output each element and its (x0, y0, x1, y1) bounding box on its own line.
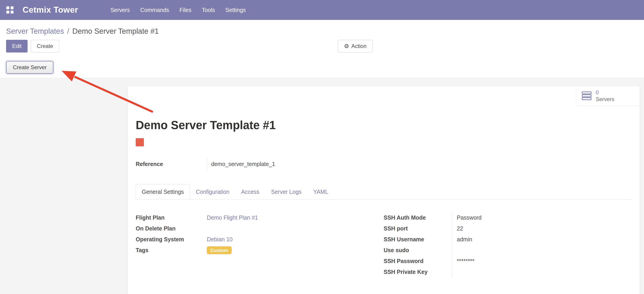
tab-access[interactable]: Access (235, 184, 265, 199)
action-button-label: Action (351, 43, 366, 49)
field-ssh-port: SSH port 22 (384, 223, 632, 234)
control-panel: Server Templates / Demo Server Template … (0, 20, 644, 56)
tab-server-logs[interactable]: Server Logs (265, 184, 308, 199)
record-title: Demo Server Template #1 (136, 118, 632, 132)
color-swatch[interactable] (136, 138, 144, 146)
breadcrumb-server-templates[interactable]: Server Templates (6, 27, 64, 36)
field-label: Use sudo (384, 247, 452, 253)
field-label: Tags (136, 247, 207, 253)
field-tags: Tags Custom (136, 245, 384, 255)
field-label: SSH port (384, 225, 452, 232)
form-sheet: 0 Servers Demo Server Template #1 Refere… (127, 86, 640, 294)
operating-system-link[interactable]: Debian 10 (207, 236, 232, 242)
reference-row: Reference demo_server_template_1 (136, 158, 632, 170)
field-label: SSH Password (384, 258, 452, 264)
column-separator (452, 213, 452, 278)
control-buttons-row: Edit Create ⚙ Action (6, 40, 638, 53)
field-ssh-auth-mode: SSH Auth Mode Password (384, 212, 632, 223)
menu-item-commands[interactable]: Commands (135, 0, 174, 20)
ssh-username-value: admin (452, 236, 472, 243)
main-menu: Servers Commands Files Tools Settings (105, 0, 251, 20)
servers-label: Servers (596, 96, 614, 103)
field-ssh-username: SSH Username admin (384, 234, 632, 245)
flight-plan-link[interactable]: Demo Flight Plan #1 (207, 214, 258, 221)
servers-stat-text: 0 Servers (596, 89, 614, 103)
field-label: Operating System (136, 236, 207, 243)
field-label: SSH Private Key (384, 269, 452, 275)
breadcrumb-separator: / (67, 27, 69, 36)
reference-value: demo_server_template_1 (207, 158, 275, 170)
sheet-body: Demo Server Template #1 Reference demo_s… (128, 118, 640, 286)
form-column-left: Flight Plan Demo Flight Plan #1 On Delet… (136, 212, 384, 277)
form-statusbar: Create Server (0, 56, 644, 78)
tab-yaml[interactable]: YAML (307, 184, 334, 199)
ssh-auth-mode-value: Password (452, 214, 482, 221)
field-ssh-private-key: SSH Private Key (384, 266, 632, 277)
tag-badge-custom[interactable]: Custom (207, 246, 232, 254)
edit-button[interactable]: Edit (6, 40, 28, 53)
apps-menu-icon[interactable] (6, 6, 14, 14)
ssh-port-value: 22 (452, 225, 463, 232)
field-label: Flight Plan (136, 214, 207, 221)
form-fields: Flight Plan Demo Flight Plan #1 On Delet… (136, 212, 632, 277)
menu-item-tools[interactable]: Tools (197, 0, 220, 20)
field-operating-system: Operating System Debian 10 (136, 234, 384, 245)
form-column-right: SSH Auth Mode Password SSH port 22 SSH U… (384, 212, 632, 277)
field-label: SSH Username (384, 236, 452, 243)
notebook-tabs: General Settings Configuration Access Se… (136, 184, 632, 200)
field-label: SSH Auth Mode (384, 214, 452, 221)
field-ssh-password: SSH Password ******** (384, 255, 632, 266)
menu-item-files[interactable]: Files (174, 0, 197, 20)
stat-button-box: 0 Servers (128, 86, 640, 106)
menu-item-settings[interactable]: Settings (220, 0, 251, 20)
tab-configuration[interactable]: Configuration (190, 184, 235, 199)
servers-count: 0 (596, 89, 614, 96)
servers-stat-button[interactable]: 0 Servers (576, 86, 640, 106)
tab-general-settings[interactable]: General Settings (136, 184, 190, 199)
app-brand[interactable]: Cetmix Tower (22, 5, 78, 15)
servers-icon (582, 91, 592, 100)
ssh-password-value: ******** (452, 258, 474, 264)
action-button[interactable]: ⚙ Action (338, 40, 372, 53)
field-label: On Delete Plan (136, 225, 207, 232)
field-flight-plan: Flight Plan Demo Flight Plan #1 (136, 212, 384, 223)
top-navbar: Cetmix Tower Servers Commands Files Tool… (0, 0, 644, 20)
breadcrumb-current: Demo Server Template #1 (72, 27, 159, 36)
create-button[interactable]: Create (31, 40, 59, 53)
content-area: 0 Servers Demo Server Template #1 Refere… (0, 78, 644, 294)
field-use-sudo: Use sudo (384, 245, 632, 255)
gear-icon: ⚙ (344, 43, 349, 49)
breadcrumb: Server Templates / Demo Server Template … (6, 25, 638, 38)
menu-item-servers[interactable]: Servers (105, 0, 135, 20)
create-server-button[interactable]: Create Server (6, 61, 53, 74)
reference-label: Reference (136, 158, 207, 170)
field-on-delete-plan: On Delete Plan (136, 223, 384, 234)
